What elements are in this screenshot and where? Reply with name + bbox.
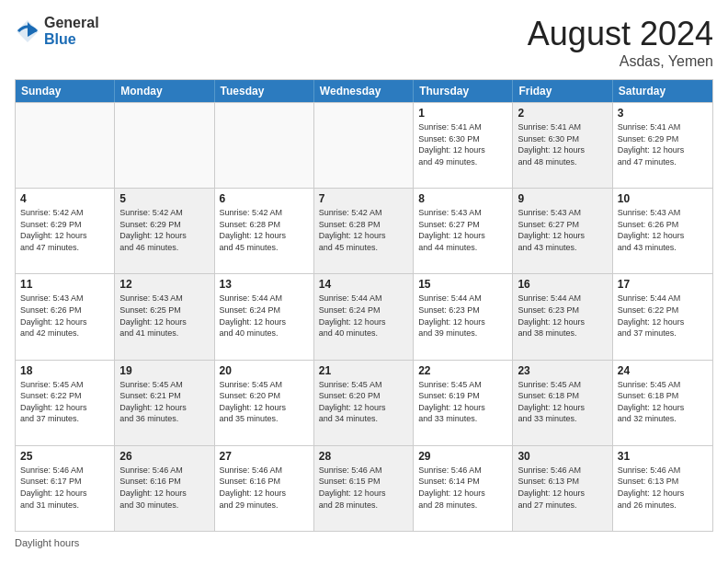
cal-cell-day-11: 11Sunrise: 5:43 AM Sunset: 6:26 PM Dayli…: [16, 274, 115, 359]
cal-cell-day-20: 20Sunrise: 5:45 AM Sunset: 6:20 PM Dayli…: [215, 361, 314, 445]
title-block: August 2024 Asdas, Yemen: [528, 15, 713, 70]
day-info: Sunrise: 5:45 AM Sunset: 6:22 PM Dayligh…: [20, 379, 109, 425]
day-number: 18: [20, 364, 109, 377]
cal-cell-day-8: 8Sunrise: 5:43 AM Sunset: 6:27 PM Daylig…: [414, 189, 513, 273]
day-info: Sunrise: 5:42 AM Sunset: 6:28 PM Dayligh…: [220, 207, 309, 253]
logo-text: General Blue: [44, 15, 99, 47]
cal-cell-empty: [16, 103, 115, 188]
cal-cell-day-24: 24Sunrise: 5:45 AM Sunset: 6:18 PM Dayli…: [613, 361, 712, 445]
cal-cell-day-13: 13Sunrise: 5:44 AM Sunset: 6:24 PM Dayli…: [215, 274, 314, 359]
day-number: 15: [418, 278, 507, 291]
day-info: Sunrise: 5:42 AM Sunset: 6:29 PM Dayligh…: [20, 207, 109, 253]
cal-cell-day-30: 30Sunrise: 5:46 AM Sunset: 6:13 PM Dayli…: [513, 446, 612, 531]
logo-blue-text: Blue: [44, 31, 99, 48]
header-day-friday: Friday: [513, 80, 612, 102]
day-info: Sunrise: 5:43 AM Sunset: 6:27 PM Dayligh…: [418, 207, 507, 253]
logo-icon: [15, 18, 40, 44]
cal-cell-day-27: 27Sunrise: 5:46 AM Sunset: 6:16 PM Dayli…: [215, 446, 314, 531]
day-info: Sunrise: 5:44 AM Sunset: 6:23 PM Dayligh…: [418, 293, 507, 339]
header-day-tuesday: Tuesday: [215, 80, 314, 102]
cal-cell-empty: [115, 103, 214, 188]
cal-cell-day-7: 7Sunrise: 5:42 AM Sunset: 6:28 PM Daylig…: [314, 189, 414, 273]
cal-cell-day-23: 23Sunrise: 5:45 AM Sunset: 6:18 PM Dayli…: [513, 361, 612, 445]
cal-row-1: 4Sunrise: 5:42 AM Sunset: 6:29 PM Daylig…: [16, 188, 712, 273]
day-number: 4: [20, 192, 109, 205]
day-number: 26: [119, 450, 209, 463]
day-info: Sunrise: 5:44 AM Sunset: 6:24 PM Dayligh…: [319, 293, 408, 339]
day-number: 24: [618, 364, 708, 377]
day-number: 7: [319, 192, 408, 205]
cal-cell-day-21: 21Sunrise: 5:45 AM Sunset: 6:20 PM Dayli…: [314, 361, 414, 445]
header-day-monday: Monday: [115, 80, 214, 102]
day-number: 31: [618, 450, 708, 463]
calendar-body: 1Sunrise: 5:41 AM Sunset: 6:30 PM Daylig…: [16, 102, 712, 531]
day-info: Sunrise: 5:46 AM Sunset: 6:13 PM Dayligh…: [618, 465, 708, 511]
day-info: Sunrise: 5:45 AM Sunset: 6:20 PM Dayligh…: [319, 379, 408, 425]
day-info: Sunrise: 5:46 AM Sunset: 6:14 PM Dayligh…: [418, 465, 507, 511]
cal-cell-day-18: 18Sunrise: 5:45 AM Sunset: 6:22 PM Dayli…: [16, 361, 115, 445]
header-day-wednesday: Wednesday: [314, 80, 414, 102]
day-number: 3: [618, 107, 708, 120]
cal-cell-day-6: 6Sunrise: 5:42 AM Sunset: 6:28 PM Daylig…: [215, 189, 314, 273]
day-info: Sunrise: 5:46 AM Sunset: 6:15 PM Dayligh…: [319, 465, 408, 511]
cal-cell-day-28: 28Sunrise: 5:46 AM Sunset: 6:15 PM Dayli…: [314, 446, 414, 531]
calendar: SundayMondayTuesdayWednesdayThursdayFrid…: [15, 79, 713, 532]
day-info: Sunrise: 5:46 AM Sunset: 6:17 PM Dayligh…: [20, 465, 109, 511]
cal-row-4: 25Sunrise: 5:46 AM Sunset: 6:17 PM Dayli…: [16, 445, 712, 531]
logo-general-text: General: [44, 15, 99, 31]
day-info: Sunrise: 5:45 AM Sunset: 6:21 PM Dayligh…: [119, 379, 209, 425]
cal-cell-empty: [215, 103, 314, 188]
day-info: Sunrise: 5:41 AM Sunset: 6:30 PM Dayligh…: [418, 121, 507, 167]
month-title: August 2024: [528, 15, 713, 53]
day-number: 17: [618, 278, 708, 291]
day-number: 8: [418, 192, 507, 205]
cal-cell-day-1: 1Sunrise: 5:41 AM Sunset: 6:30 PM Daylig…: [414, 103, 513, 188]
day-number: 14: [319, 278, 408, 291]
day-info: Sunrise: 5:45 AM Sunset: 6:19 PM Dayligh…: [418, 379, 507, 425]
day-number: 28: [319, 450, 408, 463]
logo: General Blue: [15, 15, 99, 47]
footer-note: Daylight hours: [15, 537, 713, 548]
day-info: Sunrise: 5:46 AM Sunset: 6:13 PM Dayligh…: [518, 465, 607, 511]
day-info: Sunrise: 5:45 AM Sunset: 6:18 PM Dayligh…: [518, 379, 607, 425]
day-number: 6: [220, 192, 309, 205]
day-info: Sunrise: 5:41 AM Sunset: 6:29 PM Dayligh…: [618, 121, 708, 167]
location-title: Asdas, Yemen: [528, 53, 713, 70]
day-number: 2: [518, 107, 607, 120]
day-info: Sunrise: 5:43 AM Sunset: 6:26 PM Dayligh…: [20, 293, 109, 339]
cal-row-3: 18Sunrise: 5:45 AM Sunset: 6:22 PM Dayli…: [16, 360, 712, 445]
day-number: 27: [220, 450, 309, 463]
cal-cell-day-14: 14Sunrise: 5:44 AM Sunset: 6:24 PM Dayli…: [314, 274, 414, 359]
header-day-sunday: Sunday: [16, 80, 115, 102]
day-number: 1: [418, 107, 507, 120]
cal-cell-day-31: 31Sunrise: 5:46 AM Sunset: 6:13 PM Dayli…: [613, 446, 712, 531]
cal-cell-day-17: 17Sunrise: 5:44 AM Sunset: 6:22 PM Dayli…: [613, 274, 712, 359]
day-info: Sunrise: 5:45 AM Sunset: 6:18 PM Dayligh…: [618, 379, 708, 425]
day-number: 16: [518, 278, 607, 291]
cal-row-0: 1Sunrise: 5:41 AM Sunset: 6:30 PM Daylig…: [16, 102, 712, 188]
day-number: 13: [220, 278, 309, 291]
day-number: 21: [319, 364, 408, 377]
cal-cell-day-29: 29Sunrise: 5:46 AM Sunset: 6:14 PM Dayli…: [414, 446, 513, 531]
day-info: Sunrise: 5:45 AM Sunset: 6:20 PM Dayligh…: [220, 379, 309, 425]
header-day-saturday: Saturday: [613, 80, 712, 102]
day-info: Sunrise: 5:42 AM Sunset: 6:28 PM Dayligh…: [319, 207, 408, 253]
day-info: Sunrise: 5:44 AM Sunset: 6:24 PM Dayligh…: [220, 293, 309, 339]
cal-cell-day-25: 25Sunrise: 5:46 AM Sunset: 6:17 PM Dayli…: [16, 446, 115, 531]
page: General Blue August 2024 Asdas, Yemen Su…: [0, 0, 728, 563]
day-info: Sunrise: 5:46 AM Sunset: 6:16 PM Dayligh…: [119, 465, 209, 511]
day-number: 11: [20, 278, 109, 291]
header-day-thursday: Thursday: [414, 80, 513, 102]
day-number: 22: [418, 364, 507, 377]
day-number: 20: [220, 364, 309, 377]
day-info: Sunrise: 5:46 AM Sunset: 6:16 PM Dayligh…: [220, 465, 309, 511]
cal-cell-day-22: 22Sunrise: 5:45 AM Sunset: 6:19 PM Dayli…: [414, 361, 513, 445]
day-info: Sunrise: 5:43 AM Sunset: 6:27 PM Dayligh…: [518, 207, 607, 253]
day-info: Sunrise: 5:44 AM Sunset: 6:22 PM Dayligh…: [618, 293, 708, 339]
day-number: 25: [20, 450, 109, 463]
cal-cell-day-19: 19Sunrise: 5:45 AM Sunset: 6:21 PM Dayli…: [115, 361, 214, 445]
day-number: 29: [418, 450, 507, 463]
cal-cell-empty: [314, 103, 414, 188]
day-number: 23: [518, 364, 607, 377]
day-info: Sunrise: 5:43 AM Sunset: 6:25 PM Dayligh…: [119, 293, 209, 339]
